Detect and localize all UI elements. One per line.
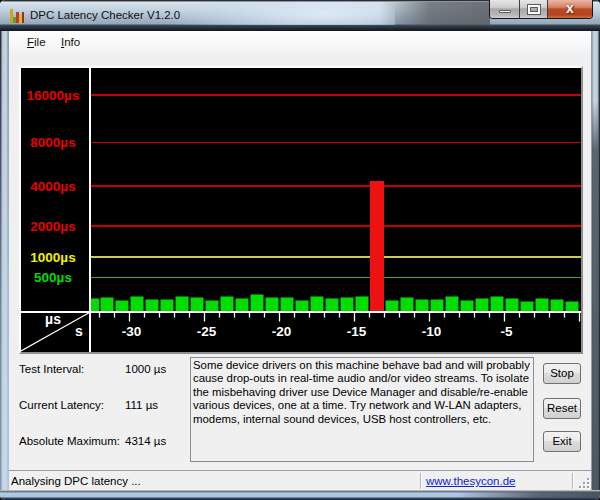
- svg-text:-30: -30: [122, 324, 142, 339]
- svg-text:-10: -10: [422, 324, 442, 339]
- svg-text:4000µs: 4000µs: [30, 179, 75, 194]
- svg-text:-15: -15: [347, 324, 367, 339]
- svg-text:µs: µs: [45, 311, 61, 327]
- svg-text:-20: -20: [272, 324, 292, 339]
- svg-text:500µs: 500µs: [34, 270, 72, 285]
- svg-text:s: s: [75, 323, 83, 339]
- svg-text:-5: -5: [500, 324, 512, 339]
- svg-text:-25: -25: [197, 324, 217, 339]
- svg-text:8000µs: 8000µs: [30, 135, 75, 150]
- svg-text:1000µs: 1000µs: [30, 250, 75, 265]
- svg-text:2000µs: 2000µs: [30, 219, 75, 234]
- svg-text:16000µs: 16000µs: [27, 88, 80, 103]
